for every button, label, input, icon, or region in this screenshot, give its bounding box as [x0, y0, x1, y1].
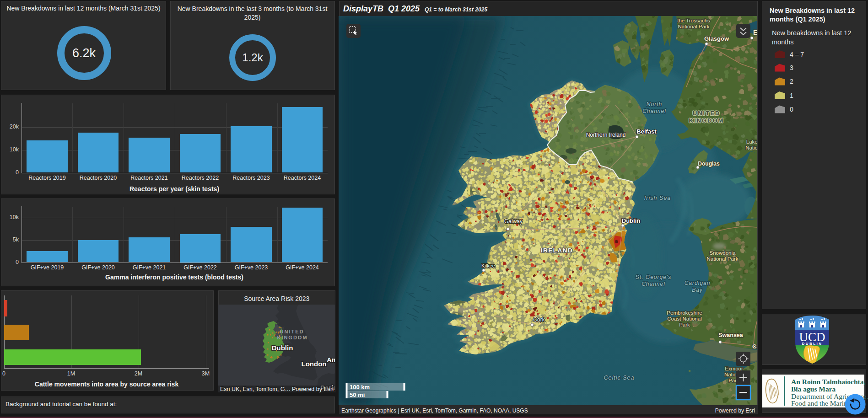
svg-text:Celtic Sea: Celtic Sea — [604, 375, 635, 381]
svg-text:North: North — [647, 101, 662, 107]
svg-text:Channel: Channel — [642, 281, 665, 287]
svg-text:St. George's: St. George's — [636, 274, 671, 280]
svg-text:Glasgow: Glasgow — [704, 35, 729, 42]
svg-text:Dublin: Dublin — [622, 217, 640, 224]
svg-text:Northern Ireland: Northern Ireland — [586, 132, 626, 138]
svg-text:50 mi: 50 mi — [350, 391, 365, 398]
svg-text:100 km: 100 km — [350, 384, 370, 391]
svg-text:Cardigan: Cardigan — [685, 280, 711, 286]
svg-text:KINGDOM: KINGDOM — [689, 117, 724, 124]
svg-text:Galway: Galway — [504, 218, 523, 225]
svg-text:the Trossachs: the Trossachs — [677, 18, 710, 23]
svg-text:Park: Park — [679, 322, 690, 327]
svg-text:Nationa: Nationa — [745, 145, 764, 150]
svg-text:Kilkee: Kilkee — [481, 263, 495, 268]
svg-text:National Park: National Park — [678, 24, 709, 29]
svg-text:Douglas: Douglas — [698, 161, 720, 167]
svg-text:Bay: Bay — [692, 287, 703, 293]
svg-text:IRELAND: IRELAND — [541, 247, 573, 254]
svg-text:Swansea: Swansea — [718, 332, 744, 338]
svg-text:Ca: Ca — [752, 343, 760, 350]
svg-text:Belfast: Belfast — [636, 128, 657, 135]
svg-text:UNITED: UNITED — [693, 110, 720, 117]
svg-text:Channel: Channel — [642, 108, 666, 114]
svg-text:Pembrokeshire: Pembrokeshire — [667, 310, 702, 316]
svg-text:Ed: Ed — [753, 29, 761, 36]
svg-text:Cork: Cork — [533, 316, 545, 323]
svg-text:National Park: National Park — [706, 256, 738, 262]
svg-text:Lake D: Lake D — [746, 139, 763, 145]
svg-text:Snowdonia: Snowdonia — [710, 250, 736, 256]
svg-text:Coast National: Coast National — [667, 316, 701, 322]
svg-text:Irish Sea: Irish Sea — [644, 195, 671, 201]
